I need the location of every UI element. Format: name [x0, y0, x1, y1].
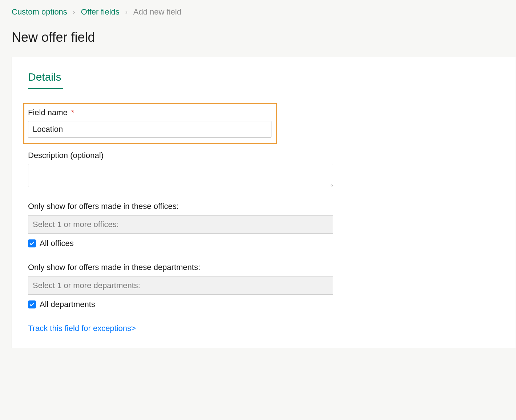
check-icon	[29, 302, 35, 307]
all-departments-label: All departments	[40, 300, 95, 309]
breadcrumb-current: Add new field	[133, 7, 181, 17]
field-name-input[interactable]	[28, 121, 271, 138]
departments-label: Only show for offers made in these depar…	[28, 263, 500, 272]
description-textarea[interactable]	[28, 164, 333, 187]
all-departments-checkbox[interactable]	[28, 300, 36, 308]
field-name-highlight: Field name *	[23, 103, 277, 144]
offices-placeholder: Select 1 or more offices:	[33, 220, 119, 229]
breadcrumb-offer-fields[interactable]: Offer fields	[81, 7, 120, 17]
departments-select[interactable]: Select 1 or more departments:	[28, 276, 333, 295]
all-offices-checkbox-row: All offices	[28, 239, 500, 248]
chevron-right-icon: ›	[73, 8, 75, 16]
description-label: Description (optional)	[28, 151, 500, 160]
offices-label: Only show for offers made in these offic…	[28, 202, 500, 211]
check-icon	[29, 241, 35, 246]
offices-select[interactable]: Select 1 or more offices:	[28, 215, 333, 234]
breadcrumb: Custom options › Offer fields › Add new …	[0, 0, 516, 17]
tab-underline	[28, 88, 63, 89]
details-panel: Details Field name * Description (option…	[12, 57, 516, 348]
chevron-right-icon: ›	[125, 8, 128, 16]
breadcrumb-custom-options[interactable]: Custom options	[12, 7, 67, 17]
track-exceptions-link[interactable]: Track this field for exceptions>	[28, 324, 136, 333]
departments-placeholder: Select 1 or more departments:	[33, 281, 140, 290]
section-title-details: Details	[28, 71, 500, 83]
all-departments-checkbox-row: All departments	[28, 300, 500, 309]
field-name-label: Field name *	[28, 108, 272, 117]
all-offices-label: All offices	[40, 239, 74, 248]
required-marker: *	[71, 108, 74, 117]
all-offices-checkbox[interactable]	[28, 239, 36, 247]
page-title: New offer field	[0, 17, 516, 57]
